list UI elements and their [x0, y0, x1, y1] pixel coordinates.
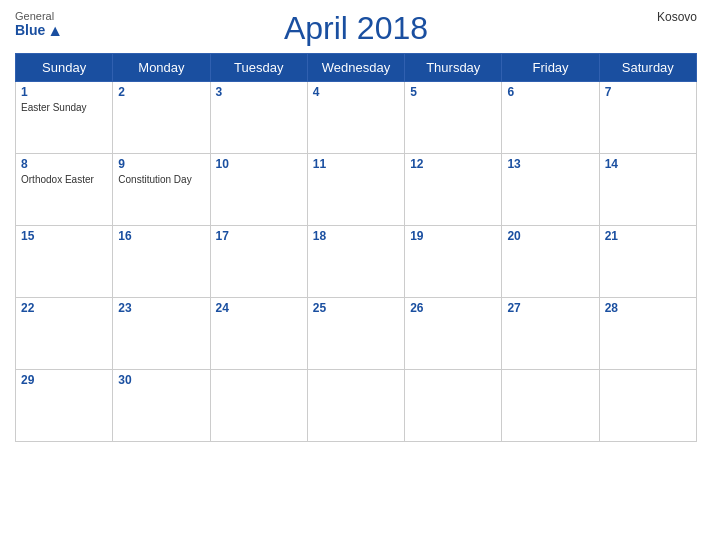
date-number: 13	[507, 157, 593, 171]
logo-bird-icon: ▲	[47, 22, 63, 40]
header-wednesday: Wednesday	[307, 54, 404, 82]
date-number: 12	[410, 157, 496, 171]
header-sunday: Sunday	[16, 54, 113, 82]
logo-general-text: General	[15, 10, 54, 22]
calendar-week-4: 22232425262728	[16, 298, 697, 370]
calendar-cell: 22	[16, 298, 113, 370]
month-title: April 2018	[284, 10, 428, 47]
calendar-cell: 29	[16, 370, 113, 442]
calendar-cell: 13	[502, 154, 599, 226]
calendar-table: Sunday Monday Tuesday Wednesday Thursday…	[15, 53, 697, 442]
header-tuesday: Tuesday	[210, 54, 307, 82]
header-saturday: Saturday	[599, 54, 696, 82]
calendar-week-1: 1Easter Sunday234567	[16, 82, 697, 154]
date-number: 3	[216, 85, 302, 99]
calendar-cell	[599, 370, 696, 442]
date-number: 25	[313, 301, 399, 315]
date-number: 15	[21, 229, 107, 243]
calendar-cell: 11	[307, 154, 404, 226]
date-number: 19	[410, 229, 496, 243]
date-number: 24	[216, 301, 302, 315]
date-number: 26	[410, 301, 496, 315]
holiday-label: Constitution Day	[118, 173, 204, 186]
calendar-cell: 27	[502, 298, 599, 370]
date-number: 29	[21, 373, 107, 387]
calendar-cell: 12	[405, 154, 502, 226]
calendar-cell: 19	[405, 226, 502, 298]
holiday-label: Orthodox Easter	[21, 173, 107, 186]
calendar-cell: 3	[210, 82, 307, 154]
date-number: 11	[313, 157, 399, 171]
calendar-cell: 15	[16, 226, 113, 298]
calendar-cell: 30	[113, 370, 210, 442]
calendar-cell	[210, 370, 307, 442]
date-number: 4	[313, 85, 399, 99]
header-thursday: Thursday	[405, 54, 502, 82]
date-number: 22	[21, 301, 107, 315]
date-number: 27	[507, 301, 593, 315]
header-monday: Monday	[113, 54, 210, 82]
calendar-cell: 25	[307, 298, 404, 370]
date-number: 28	[605, 301, 691, 315]
calendar-page: General Blue ▲ April 2018 Kosovo Sunday …	[0, 0, 712, 550]
calendar-cell: 6	[502, 82, 599, 154]
calendar-cell: 24	[210, 298, 307, 370]
calendar-cell: 28	[599, 298, 696, 370]
date-number: 7	[605, 85, 691, 99]
calendar-cell: 17	[210, 226, 307, 298]
header-friday: Friday	[502, 54, 599, 82]
date-number: 21	[605, 229, 691, 243]
calendar-cell: 7	[599, 82, 696, 154]
date-number: 2	[118, 85, 204, 99]
calendar-cell	[405, 370, 502, 442]
calendar-cell	[502, 370, 599, 442]
calendar-cell: 9Constitution Day	[113, 154, 210, 226]
calendar-week-3: 15161718192021	[16, 226, 697, 298]
calendar-cell: 21	[599, 226, 696, 298]
calendar-cell: 2	[113, 82, 210, 154]
date-number: 20	[507, 229, 593, 243]
calendar-cell: 18	[307, 226, 404, 298]
country-label: Kosovo	[657, 10, 697, 24]
days-header-row: Sunday Monday Tuesday Wednesday Thursday…	[16, 54, 697, 82]
date-number: 9	[118, 157, 204, 171]
calendar-week-2: 8Orthodox Easter9Constitution Day1011121…	[16, 154, 697, 226]
calendar-cell: 23	[113, 298, 210, 370]
date-number: 30	[118, 373, 204, 387]
date-number: 23	[118, 301, 204, 315]
calendar-cell: 14	[599, 154, 696, 226]
calendar-cell: 5	[405, 82, 502, 154]
logo-blue-text: Blue ▲	[15, 22, 63, 40]
date-number: 10	[216, 157, 302, 171]
date-number: 6	[507, 85, 593, 99]
date-number: 16	[118, 229, 204, 243]
date-number: 5	[410, 85, 496, 99]
date-number: 8	[21, 157, 107, 171]
calendar-cell: 8Orthodox Easter	[16, 154, 113, 226]
calendar-cell: 4	[307, 82, 404, 154]
calendar-week-5: 2930	[16, 370, 697, 442]
date-number: 14	[605, 157, 691, 171]
calendar-cell: 16	[113, 226, 210, 298]
calendar-cell: 20	[502, 226, 599, 298]
holiday-label: Easter Sunday	[21, 101, 107, 114]
date-number: 1	[21, 85, 107, 99]
calendar-cell: 26	[405, 298, 502, 370]
calendar-cell: 1Easter Sunday	[16, 82, 113, 154]
calendar-cell	[307, 370, 404, 442]
calendar-cell: 10	[210, 154, 307, 226]
calendar-header: General Blue ▲ April 2018 Kosovo	[15, 10, 697, 47]
date-number: 18	[313, 229, 399, 243]
date-number: 17	[216, 229, 302, 243]
logo: General Blue ▲	[15, 10, 63, 40]
